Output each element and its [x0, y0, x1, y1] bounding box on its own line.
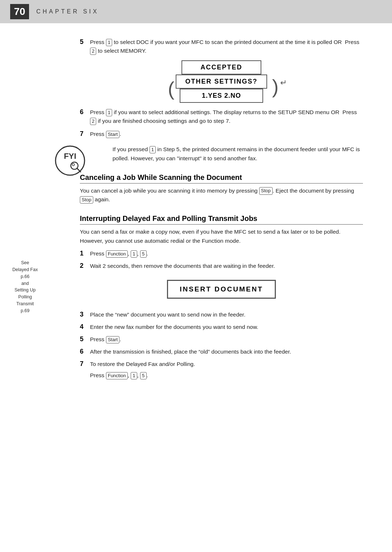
interrupt-step-6-num: 6 [80, 347, 90, 355]
interrupt-step-3-text: Place the “new” document you want to sen… [90, 310, 245, 319]
fyi-icon-container: FYI [54, 145, 86, 178]
interrupt-step-2-text: Wait 2 seconds, then remove the document… [90, 262, 275, 270]
key-2-step6: 2 [90, 118, 96, 125]
interrupt-step-1: 1 Press Function, 1, 5. [80, 249, 363, 258]
interrupt-step-1-text: Press Function, 1, 5. [90, 249, 148, 258]
lcd-other-settings: OTHER SETTINGS? [176, 74, 267, 89]
interrupt-step-7: 7 To restore the Delayed Fax and/or Poll… [80, 360, 363, 368]
step-5-num: 5 [80, 38, 90, 46]
lcd-insert-document: INSERT DOCUMENT [167, 280, 276, 299]
interrupt-step-4: 4 Enter the new fax number for the docum… [80, 323, 363, 331]
key-start-int: Start [106, 336, 119, 343]
key-function-end: Function [106, 372, 128, 379]
interrupt-step-4-num: 4 [80, 323, 90, 331]
page-header: 70 CHAPTER SIX [0, 0, 392, 23]
sidebar-note: See Delayed Fax p.66 and Setting Up Poll… [12, 259, 38, 314]
key-1-fyi: 1 [150, 146, 156, 153]
interrupt-step-5-text: Press Start. [90, 335, 121, 344]
step-7-text: Press Start. [90, 130, 121, 138]
chapter-title: CHAPTER SIX [36, 8, 99, 15]
cancel-section-heading: Canceling a Job While Scanning the Docum… [80, 173, 363, 184]
fyi-icon: FYI [54, 145, 86, 176]
interrupt-step-5: 5 Press Start. [80, 335, 363, 344]
step-6: 6 Press 1 if you want to select addition… [80, 108, 363, 125]
step-6-num: 6 [80, 108, 90, 116]
interrupt-step-3: 3 Place the “new” document you want to s… [80, 310, 363, 319]
page-number: 70 [10, 4, 29, 19]
interrupt-step-2: 2 Wait 2 seconds, then remove the docume… [80, 262, 363, 270]
lcd-display-group: ACCEPTED ( OTHER SETTINGS? 1.YES 2.NO ) … [152, 60, 290, 103]
lcd-accepted: ACCEPTED [181, 60, 261, 74]
interrupt-step-7-text: To restore the Delayed Fax and/or Pollin… [90, 360, 195, 368]
step-6-text: Press 1 if you want to select additional… [90, 108, 363, 125]
key-2: 2 [90, 48, 96, 55]
svg-text:FYI: FYI [64, 152, 76, 161]
step-5-text: Press 1 to select DOC if you want your M… [90, 38, 363, 55]
arrow-right: ↵ [280, 78, 287, 88]
key-1-end: 1 [131, 372, 137, 379]
curved-bracket-right: ) [272, 77, 279, 96]
key-1-step6: 1 [106, 109, 112, 116]
interrupt-step-6: 6 After the transmission is finished, pl… [80, 347, 363, 356]
key-5-end: 5 [140, 372, 146, 379]
lcd-yes-no: 1.YES 2.NO [180, 89, 263, 103]
interrupt-step-3-num: 3 [80, 310, 90, 318]
interrupt-step-7-num: 7 [80, 360, 90, 368]
fyi-section: FYI If you pressed 1 in Step 5, the prin… [113, 145, 363, 163]
key-stop1: Stop [259, 187, 273, 194]
interrupt-step-1-num: 1 [80, 249, 90, 257]
interrupt-step-5-num: 5 [80, 335, 90, 343]
main-content: 5 Press 1 to select DOC if you want your… [0, 23, 392, 394]
key-function-1: Function [106, 250, 128, 258]
svg-line-3 [77, 168, 81, 172]
interrupt-step-2-num: 2 [80, 262, 90, 270]
insert-doc-row: INSERT DOCUMENT [80, 274, 363, 305]
curved-bracket-left: ( [168, 79, 174, 98]
fyi-note-text: If you pressed 1 in Step 5, the printed … [113, 145, 363, 163]
lcd-accepted-row: ACCEPTED [181, 60, 261, 74]
key-5-int: 5 [140, 250, 146, 258]
interrupt-intro: You can send a fax or make a copy now, e… [80, 227, 363, 246]
interrupt-step-6-text: After the transmission is finished, plac… [90, 347, 291, 356]
interrupt-step-4-text: Enter the new fax number for the documen… [90, 323, 258, 331]
step-7-num: 7 [80, 130, 90, 138]
key-start: Start [106, 131, 119, 138]
key-1: 1 [106, 39, 112, 46]
step-5: 5 Press 1 to select DOC if you want your… [80, 38, 363, 55]
interrupt-section-heading: Interrupting Delayed Fax and Polling Tra… [80, 214, 363, 225]
key-stop2: Stop [80, 196, 93, 204]
svg-point-4 [72, 164, 74, 166]
cancel-text: You can cancel a job while you are scann… [80, 186, 363, 205]
press-end-line: Press Function, 1, 5. [90, 372, 363, 379]
step-7: 7 Press Start. [80, 130, 363, 138]
key-1-int: 1 [131, 250, 137, 258]
